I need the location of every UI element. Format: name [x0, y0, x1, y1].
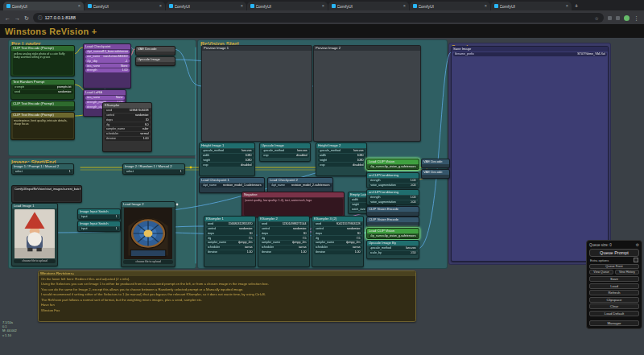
- widget-width[interactable]: width1080: [201, 154, 254, 158]
- node-upscale-image-pre[interactable]: Upscale Image: [135, 56, 175, 66]
- widget-strength[interactable]: strength1.00: [369, 179, 418, 183]
- node-negative-prompt[interactable]: Negative(worst quality, low quality: 1.4…: [242, 192, 345, 217]
- bookmark-star-icon[interactable]: ☆: [595, 15, 599, 21]
- widget-scheduler[interactable]: schedulernormal: [105, 132, 151, 136]
- node-load-clip-vision-2[interactable]: Load CLIP Visionclip_nameclip_vision_g.s…: [366, 228, 419, 239]
- widget-cfg[interactable]: cfg7.5: [206, 236, 254, 240]
- node-checkpoint-loader[interactable]: Load Checkpointckpt_namesd15_base.safete…: [83, 43, 131, 89]
- node-clip-text-encode-2[interactable]: CLIP Text Encode (Prompt): [10, 101, 75, 111]
- widget-input[interactable]: Input1: [80, 215, 119, 219]
- node-clip-vision-encode-1[interactable]: CLIP Vision Encode: [366, 206, 419, 217]
- widget-noise-augmentation[interactable]: noise_augmentation0.00: [369, 200, 418, 204]
- view-history-button[interactable]: View History: [615, 270, 639, 275]
- widget-filename-prefix[interactable]: filename_prefixST07/%time_%M-%d: [453, 52, 607, 56]
- widget-lora-name[interactable]: lora_nameNone: [85, 96, 125, 100]
- browser-menu-icon[interactable]: ⋮: [634, 15, 639, 21]
- node-load-image-2[interactable]: Load Image 2choose file to upload: [121, 201, 175, 267]
- widget-clip-skip[interactable]: clip_skip-1: [85, 59, 130, 63]
- upload-button[interactable]: choose file to upload: [123, 260, 173, 264]
- node-clip-text-encode-3[interactable]: CLIP Text Encode (Prompt)masterpiece, be…: [10, 112, 75, 140]
- node-ksampler-1[interactable]: KSampler 1seed156680312855370controlrand…: [204, 216, 256, 267]
- node-clip-vision-encode-2[interactable]: CLIP Vision Encode: [366, 217, 419, 227]
- widget-vae-name[interactable]: vae_namevae-ft-mse-840000: [85, 55, 130, 59]
- node-image-2-selector[interactable]: Image 2 / Random 1 / Manual 2select1: [122, 163, 185, 175]
- widget-cfg[interactable]: cfg8.0: [105, 122, 151, 126]
- node-image-input-switch-1[interactable]: Image Input SwitchInput1: [77, 208, 121, 220]
- node-preview-image-2[interactable]: Preview Image 2: [313, 45, 421, 142]
- refresh-button[interactable]: Refresh: [589, 290, 639, 295]
- widget-upscale-method[interactable]: upscale_methodlanczos: [262, 149, 309, 153]
- widget-clip-name[interactable]: clip_nameclip_vision_g.safetensors: [369, 234, 418, 238]
- node-save-image[interactable]: Save Imagefilename_prefixST07/%time_%M-%…: [451, 46, 609, 262]
- node-clip-text-encode-1[interactable]: CLIP Text Encode (Prompt)yellow analog s…: [10, 45, 75, 76]
- settings-gear-icon[interactable]: ⚙: [636, 242, 639, 247]
- widget-crop[interactable]: cropdisabled: [262, 154, 309, 158]
- widget-prompts[interactable]: promptsprompts.txt: [13, 85, 73, 89]
- extension-icon[interactable]: [608, 16, 612, 20]
- node-workflow-note[interactable]: Winstons Revisions+On the lower left her…: [38, 270, 416, 322]
- extra-options-checkbox[interactable]: [634, 258, 638, 262]
- tab-close-icon[interactable]: ×: [322, 4, 324, 9]
- node-ksampler-3[interactable]: KSampler 3 (2)seed804215579363128control…: [312, 216, 364, 267]
- widget-control[interactable]: controlrandomize: [260, 227, 308, 231]
- tab-close-icon[interactable]: ×: [403, 4, 406, 9]
- node-load-clip-vision-1[interactable]: Load CLIP Visionclip_nameclip_vision_g.s…: [366, 159, 419, 170]
- queue-front-button[interactable]: Queue Front: [589, 264, 639, 269]
- widget-select[interactable]: select1: [14, 170, 72, 174]
- clipspace-button[interactable]: Clipspace: [589, 297, 639, 303]
- node-unclip-conditioning-1[interactable]: unCLIPConditioningstrength1.00noise_augm…: [366, 172, 419, 188]
- node-preview-image-1[interactable]: Preview Image 1: [201, 45, 312, 142]
- widget-height[interactable]: height1080: [201, 158, 254, 162]
- widget-noise-augmentation[interactable]: noise_augmentation0.00: [369, 184, 418, 188]
- browser-tab[interactable]: ComfyUI×: [166, 2, 246, 10]
- reload-button[interactable]: ↻: [24, 15, 29, 21]
- browser-tab[interactable]: ComfyUI×: [328, 2, 409, 10]
- browser-tab[interactable]: ComfyUI×: [491, 2, 572, 10]
- widget-clip-name[interactable]: clip_nameclip_vision_g.safetensors: [369, 165, 418, 169]
- profile-avatar[interactable]: [624, 15, 630, 21]
- extensions-puzzle-icon[interactable]: [616, 16, 620, 20]
- widget-sampler-name[interactable]: sampler_nameeuler: [105, 127, 151, 131]
- widget-crop[interactable]: cropdisabled: [201, 163, 254, 167]
- widget-seed[interactable]: seed623847103228: [105, 109, 151, 113]
- node-unclip-conditioning-2[interactable]: unCLIPConditioningstrength1.00noise_augm…: [366, 189, 419, 205]
- node-text[interactable]: yellow analog style photo of a cute fluf…: [13, 52, 73, 75]
- node-vae-decode-1[interactable]: VAE Decode: [421, 159, 450, 168]
- forward-button[interactable]: →: [14, 15, 20, 21]
- node-upscale-image-mid[interactable]: Upscale Imageupscale_methodlanczoscropdi…: [259, 142, 311, 162]
- widget-cfg[interactable]: cfg7.5: [260, 236, 308, 240]
- widget-strength[interactable]: strength1.00: [369, 196, 418, 200]
- back-button[interactable]: ←: [5, 15, 10, 21]
- widget-steps[interactable]: steps20: [105, 118, 151, 122]
- widget-steps[interactable]: steps30: [314, 231, 362, 235]
- browser-tab[interactable]: ComfyUI×: [3, 2, 84, 10]
- load-button[interactable]: Load: [589, 283, 639, 289]
- widget-seed[interactable]: seed804215579363128: [314, 222, 362, 226]
- node-image-input-switch-2[interactable]: Image Input SwitchInput1: [77, 221, 121, 232]
- widget-denoise[interactable]: denoise1.00: [314, 250, 362, 254]
- widget-ckpt-name[interactable]: ckpt_namerevision_model_1.safetensors: [201, 184, 263, 188]
- load-default-button[interactable]: Load Default: [589, 311, 639, 316]
- node-height-image-1[interactable]: Height Image 1upscale_methodlanczoswidth…: [199, 142, 255, 176]
- node-image-1-selector[interactable]: Image 1 / Prompt 1 / Manual 2select1: [11, 163, 74, 175]
- widget-seed[interactable]: seed623014988271544: [260, 222, 308, 226]
- save-button[interactable]: Save: [589, 276, 639, 282]
- tab-close-icon[interactable]: ×: [241, 4, 243, 9]
- manager-button[interactable]: Manager: [589, 320, 639, 326]
- node-load-checkpoint-2[interactable]: Load Checkpoint 2ckpt_namerevision_model…: [267, 177, 333, 193]
- node-load-checkpoint-1[interactable]: Load Checkpoint 1ckpt_namerevision_model…: [199, 177, 265, 193]
- node-vae-decode-pre[interactable]: VAE Decode: [135, 46, 175, 56]
- browser-tab[interactable]: ComfyUI×: [410, 2, 490, 10]
- node-text[interactable]: ComfyUI/input/ReVision/start_images/curr…: [14, 187, 80, 201]
- widget-steps[interactable]: steps30: [206, 231, 254, 235]
- node-text[interactable]: (worst quality, low quality: 1.4), text,…: [244, 198, 343, 216]
- widget-scale-by[interactable]: scale_by0.50: [369, 251, 418, 255]
- upload-button[interactable]: choose file to upload: [14, 259, 56, 263]
- widget-upscale-method[interactable]: upscale_methodlanczos: [369, 246, 418, 250]
- tab-close-icon[interactable]: ×: [78, 4, 80, 9]
- widget-scheduler[interactable]: schedulerkarras: [206, 246, 254, 250]
- node-text-random-prompt[interactable]: Text Random Promptpromptsprompts.txtseed…: [10, 79, 75, 100]
- widget-control[interactable]: controlrandomize: [206, 227, 254, 231]
- queue-prompt-button[interactable]: Queue Prompt: [589, 249, 639, 257]
- node-ksampler-pre[interactable]: KSamplerseed623847103228controlrandomize…: [102, 102, 152, 152]
